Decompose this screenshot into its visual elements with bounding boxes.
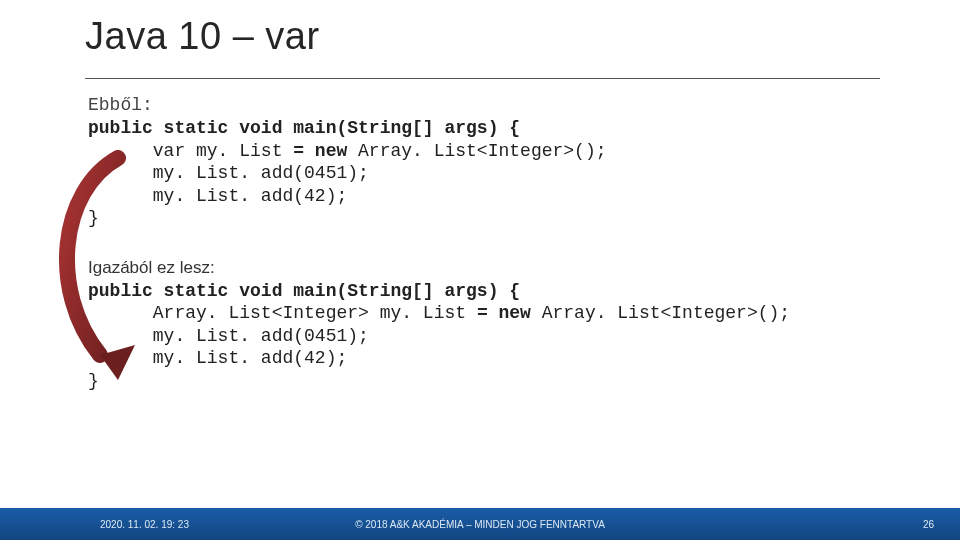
kw: public static void — [88, 281, 293, 301]
content-area: Ebből: public static void main(String[] … — [88, 95, 910, 392]
code-text: } — [88, 371, 99, 391]
code-block-2: public static void main(String[] args) {… — [88, 280, 910, 393]
footer-bar: 2020. 11. 02. 19: 23 © 2018 A&K AKADÉMIA… — [0, 508, 960, 540]
code-text: Array. List<Integer> my. List — [88, 303, 477, 323]
code-block-1: public static void main(String[] args) {… — [88, 117, 910, 230]
footer-copyright: © 2018 A&K AKADÉMIA – MINDEN JOG FENNTAR… — [0, 519, 960, 530]
code-text: main(String[] args) { — [293, 281, 520, 301]
title-wrap: Java 10 – var — [85, 15, 900, 58]
slide: Java 10 – var Ebből: public static void … — [0, 0, 960, 540]
slide-title: Java 10 – var — [85, 15, 900, 58]
code-text: my. List. add(42); — [88, 348, 347, 368]
kw: public static void — [88, 118, 293, 138]
code-text: my. List. add(0451); — [88, 326, 369, 346]
code-text: my. List. add(42); — [88, 186, 347, 206]
block1-label: Ebből: — [88, 95, 910, 115]
kw: = new — [477, 303, 542, 323]
code-text: Array. List<Integer>(); — [358, 141, 606, 161]
code-text: var my. List — [88, 141, 293, 161]
code-text: main(String[] args) { — [293, 118, 520, 138]
code-text: Array. List<Integer>(); — [542, 303, 790, 323]
code-text: my. List. add(0451); — [88, 163, 369, 183]
code-text: } — [88, 208, 99, 228]
page-number: 26 — [923, 519, 934, 530]
title-rule — [85, 78, 880, 79]
kw: = new — [293, 141, 358, 161]
block2-label: Igazából ez lesz: — [88, 258, 910, 278]
